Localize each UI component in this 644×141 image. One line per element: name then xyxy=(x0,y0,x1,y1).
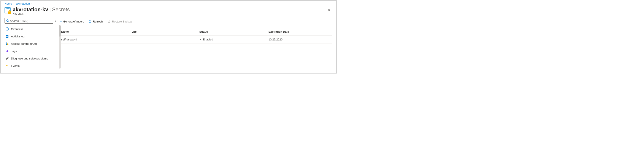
sidebar-item-label: Diagnose and solve problems xyxy=(11,57,48,60)
svg-rect-9 xyxy=(6,37,7,37)
sidebar-item-label: Access control (IAM) xyxy=(11,42,37,45)
toolbar: + Generate/Import Refresh Restore Backup xyxy=(60,18,332,25)
sidebar-item-label: Overview xyxy=(11,28,23,31)
sidebar: « Overview Activity log Access con xyxy=(1,17,57,69)
blade-name: Secrets xyxy=(52,7,70,13)
svg-point-2 xyxy=(6,20,8,22)
sidebar-item-label: Tags xyxy=(11,50,17,53)
breadcrumb-resource-group[interactable]: akvrotation xyxy=(16,2,30,5)
plus-icon: + xyxy=(60,20,62,23)
resource-type: Key vault xyxy=(13,12,70,15)
svg-point-11 xyxy=(7,43,8,44)
restore-backup-button: Restore Backup xyxy=(108,20,132,23)
wrench-icon xyxy=(6,57,9,60)
secret-type xyxy=(130,38,199,41)
sidebar-item-label: Events xyxy=(11,64,20,67)
svg-point-5 xyxy=(7,29,8,29)
close-icon xyxy=(328,9,330,12)
sidebar-item-overview[interactable]: Overview xyxy=(4,25,56,33)
generate-import-button[interactable]: + Generate/Import xyxy=(60,20,84,23)
button-label: Restore Backup xyxy=(112,20,132,23)
sidebar-item-label: Activity log xyxy=(11,35,24,38)
refresh-icon xyxy=(88,20,92,23)
chevron-right-icon: › xyxy=(14,2,14,5)
main-content: + Generate/Import Refresh Restore Backup… xyxy=(57,17,336,69)
breadcrumb-home[interactable]: Home xyxy=(4,2,12,5)
sidebar-scrollbar[interactable] xyxy=(59,25,61,69)
tag-icon xyxy=(6,49,9,53)
breadcrumb: Home › akvrotation › xyxy=(1,1,336,6)
button-label: Generate/Import xyxy=(63,20,84,23)
check-icon: ✓ xyxy=(199,38,202,41)
column-header-expiration[interactable]: Expiration Date xyxy=(268,30,331,33)
log-icon xyxy=(6,35,9,38)
blade-header: akvrotation-kv | Secrets Key vault xyxy=(1,6,336,17)
resource-name: akvrotation-kv xyxy=(13,7,48,13)
sidebar-item-access-control[interactable]: Access control (IAM) xyxy=(4,40,56,47)
sidebar-item-tags[interactable]: Tags xyxy=(4,47,56,55)
secret-status: ✓ Enabled xyxy=(199,38,268,41)
svg-rect-7 xyxy=(6,36,8,36)
collapse-sidebar-button[interactable]: « xyxy=(55,19,56,23)
search-icon xyxy=(6,19,9,22)
button-label: Refresh xyxy=(93,20,103,23)
svg-point-12 xyxy=(6,50,7,51)
table-header: Name Type Status Expiration Date xyxy=(60,28,332,36)
status-text: Enabled xyxy=(203,38,213,41)
upload-icon xyxy=(108,20,111,23)
sidebar-search[interactable] xyxy=(4,18,53,24)
close-button[interactable] xyxy=(326,7,332,14)
sidebar-item-events[interactable]: Events xyxy=(4,62,56,69)
column-header-status[interactable]: Status xyxy=(199,30,268,33)
table-row[interactable]: sqlPassword ✓ Enabled 10/25/2020 xyxy=(60,36,332,44)
bolt-icon xyxy=(6,64,9,67)
secret-name: sqlPassword xyxy=(61,38,130,41)
secret-expiration: 10/25/2020 xyxy=(268,38,331,41)
svg-line-3 xyxy=(8,21,9,22)
svg-point-10 xyxy=(6,43,7,44)
svg-rect-8 xyxy=(6,36,8,37)
column-header-name[interactable]: Name xyxy=(61,30,130,33)
search-input[interactable] xyxy=(9,19,52,23)
sidebar-item-diagnose[interactable]: Diagnose and solve problems xyxy=(4,55,56,62)
refresh-button[interactable]: Refresh xyxy=(88,20,103,23)
info-icon xyxy=(6,27,9,31)
people-icon xyxy=(6,42,9,45)
chevron-right-icon: › xyxy=(32,2,32,5)
key-vault-icon xyxy=(4,7,10,14)
sidebar-item-activity-log[interactable]: Activity log xyxy=(4,33,56,40)
column-header-type[interactable]: Type xyxy=(130,30,199,33)
title-separator: | xyxy=(50,7,51,13)
